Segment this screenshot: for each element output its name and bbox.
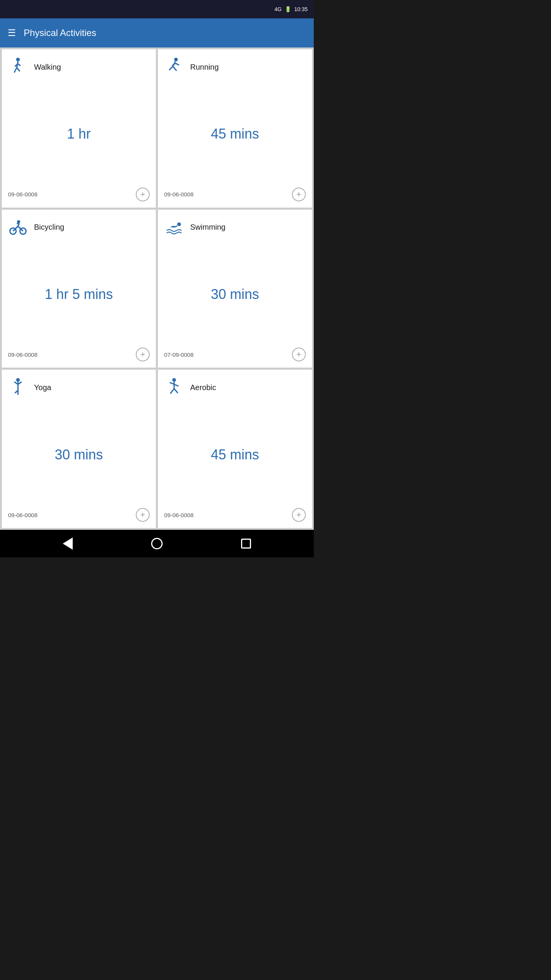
bicycling-label: Bicycling [34,223,64,232]
recents-icon [241,539,251,549]
page-title: Physical Activities [24,28,96,38]
recents-button[interactable] [236,534,256,553]
svg-point-0 [16,58,20,62]
battery-icon: 🔋 [285,6,291,12]
activity-card-aerobic[interactable]: Aerobic 45 mins 09-06-0008 + [158,369,312,528]
card-header-swimming: Swimming [164,217,306,237]
card-header-bicycling: Bicycling [8,217,150,237]
yoga-icon [8,377,28,397]
aerobic-add-button[interactable]: + [292,508,306,522]
activity-card-bicycling[interactable]: Bicycling 1 hr 5 mins 09-06-0008 + [2,209,156,368]
svg-line-30 [170,389,174,394]
walking-duration: 1 hr [8,81,150,188]
home-icon [151,538,163,549]
home-button[interactable] [147,534,166,553]
walking-footer: 09-06-0008 + [8,188,150,201]
svg-point-18 [17,220,20,223]
walking-icon [8,57,28,77]
swimming-date: 07-09-0008 [164,351,194,358]
activity-card-walking[interactable]: Walking 1 hr 09-06-0008 + [2,49,156,208]
walking-label: Walking [34,63,61,72]
running-add-button[interactable]: + [292,188,306,201]
svg-line-28 [170,382,174,384]
aerobic-date: 09-06-0008 [164,512,194,518]
bicycling-icon [8,217,28,237]
activities-grid: Walking 1 hr 09-06-0008 + Running 45 min… [0,47,314,530]
running-footer: 09-06-0008 + [164,188,306,201]
yoga-label: Yoga [34,383,51,392]
swimming-footer: 07-09-0008 + [164,348,306,361]
svg-line-2 [14,68,17,73]
yoga-add-button[interactable]: + [136,508,150,522]
walking-add-button[interactable]: + [136,188,150,201]
back-button[interactable] [58,534,77,553]
svg-point-19 [177,222,181,226]
svg-line-9 [173,66,177,70]
svg-line-29 [174,384,178,386]
swimming-label: Swimming [190,223,225,232]
activity-card-running[interactable]: Running 45 mins 09-06-0008 + [158,49,312,208]
activity-card-swimming[interactable]: Swimming 30 mins 07-09-0008 + [158,209,312,368]
card-header-yoga: Yoga [8,377,150,397]
svg-line-3 [17,68,20,72]
yoga-duration: 30 mins [8,401,150,508]
aerobic-duration: 45 mins [164,401,306,508]
aerobic-label: Aerobic [190,383,216,392]
activity-card-yoga[interactable]: Yoga 30 mins 09-06-0008 + [2,369,156,528]
back-icon [63,537,73,550]
svg-point-20 [16,378,20,382]
running-date: 09-06-0008 [164,191,194,198]
bicycling-date: 09-06-0008 [8,351,37,358]
svg-line-10 [175,63,179,65]
navigation-bar [0,530,314,557]
svg-point-26 [172,378,176,382]
card-header-aerobic: Aerobic [164,377,306,397]
svg-line-8 [169,66,173,70]
svg-point-6 [174,58,178,62]
walking-date: 09-06-0008 [8,191,37,198]
menu-button[interactable]: ☰ [8,28,16,38]
bicycling-add-button[interactable]: + [136,348,150,361]
time-display: 10:35 [294,6,308,12]
aerobic-footer: 09-06-0008 + [164,508,306,522]
swimming-icon [164,217,184,237]
status-bar: 4G 🔋 10:35 [0,0,314,18]
aerobic-icon [164,377,184,397]
swimming-add-button[interactable]: + [292,348,306,361]
yoga-footer: 09-06-0008 + [8,508,150,522]
running-duration: 45 mins [164,81,306,188]
yoga-date: 09-06-0008 [8,512,37,518]
bicycling-footer: 09-06-0008 + [8,348,150,361]
swimming-duration: 30 mins [164,241,306,348]
card-header-walking: Walking [8,57,150,77]
app-bar: ☰ Physical Activities [0,18,314,47]
svg-line-5 [18,64,21,66]
bicycling-duration: 1 hr 5 mins [8,241,150,348]
svg-line-31 [174,389,178,393]
network-indicator: 4G [274,6,282,12]
running-icon [164,57,184,77]
card-header-running: Running [164,57,306,77]
running-label: Running [190,63,219,72]
